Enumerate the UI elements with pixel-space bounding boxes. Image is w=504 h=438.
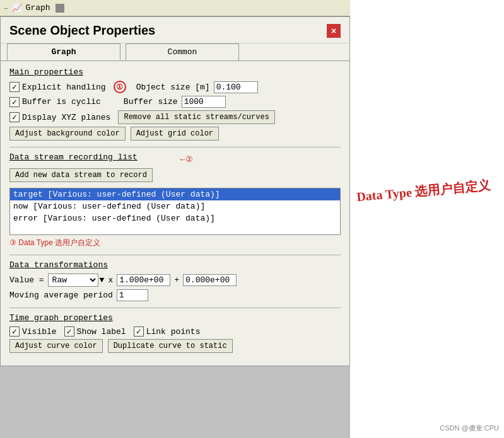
visible-checkbox-group: ✓ Visible xyxy=(9,326,57,337)
add-data-stream-button[interactable]: Add new data stream to record xyxy=(9,168,153,182)
adjust-bg-color-button[interactable]: Adjust background color xyxy=(9,127,126,141)
annotation-3: ③ Data Type 选用户自定义 xyxy=(9,238,341,248)
object-size-label: Object size [m] xyxy=(136,83,210,92)
transform-type-select[interactable]: Raw xyxy=(48,274,98,287)
buffer-cyclic-checkbox[interactable]: ✓ xyxy=(9,97,20,107)
link-points-checkbox[interactable]: ✓ xyxy=(134,326,144,337)
display-xyz-checkbox-group: ✓ Display XYZ planes xyxy=(9,112,110,122)
moving-avg-label: Moving average period xyxy=(9,291,113,300)
row-buffer-cyclic: ✓ Buffer is cyclic Buffer size xyxy=(9,96,341,108)
buffer-cyclic-label: Buffer is cyclic xyxy=(22,97,101,107)
tab-graph[interactable]: Graph xyxy=(7,43,120,61)
explicit-handling-checkbox-group: ✓ Explicit handling xyxy=(9,82,106,92)
multiplier-label: x xyxy=(108,275,113,285)
tabs-container: Graph Common xyxy=(1,43,349,61)
scene-object-properties-dialog: Scene Object Properties × Graph Common M… xyxy=(0,16,350,366)
time-graph-btn-row: Adjust curve color Duplicate curve to st… xyxy=(9,339,341,353)
title-bar-text: Graph xyxy=(26,3,50,13)
data-stream-section: Data stream recording list ←② Add new da… xyxy=(9,153,341,248)
annotation-panel: Data Type 选用户自定义 CSDN @傻童:CPU xyxy=(350,0,504,438)
row-explicit: ✓ Explicit handling ① Object size [m] xyxy=(9,81,341,93)
duplicate-curve-button[interactable]: Duplicate curve to static xyxy=(108,339,233,353)
dialog-title: Scene Object Properties xyxy=(9,23,155,38)
stream-item-0[interactable]: target [Various: user-defined (User data… xyxy=(10,188,340,200)
main-properties-section: Main properties ✓ Explicit handling ① Ob… xyxy=(9,67,341,141)
stream-list: target [Various: user-defined (User data… xyxy=(9,188,341,235)
time-graph-checkboxes-row: ✓ Visible ✓ Show label ✓ Link points xyxy=(9,326,341,337)
show-label-checkbox[interactable]: ✓ xyxy=(64,326,74,337)
chinese-annotation: Data Type 选用户自定义 xyxy=(356,177,491,205)
data-transformations-label: Data transformations xyxy=(9,260,341,270)
buffer-size-label: Buffer size xyxy=(124,97,178,107)
close-button[interactable]: × xyxy=(327,24,341,38)
addend-input[interactable] xyxy=(183,274,237,286)
show-label-checkbox-group: ✓ Show label xyxy=(64,326,126,337)
divider-2 xyxy=(9,255,341,255)
multiplier-input[interactable] xyxy=(117,274,170,286)
save-icon xyxy=(56,4,64,13)
adjust-curve-color-button[interactable]: Adjust curve color xyxy=(9,339,103,353)
data-stream-label: Data stream recording list xyxy=(9,153,138,162)
display-xyz-checkbox[interactable]: ✓ xyxy=(9,112,20,122)
dialog-content: Main properties ✓ Explicit handling ① Ob… xyxy=(1,61,349,366)
data-transformations-section: Data transformations Value = Raw ▼ x + M… xyxy=(9,260,341,301)
explicit-handling-checkbox[interactable]: ✓ xyxy=(9,82,20,92)
annotation-1: ① xyxy=(114,81,126,93)
stream-item-2[interactable]: error [Various: user-defined (User data)… xyxy=(10,212,340,224)
link-points-checkbox-group: ✓ Link points xyxy=(134,326,201,337)
moving-avg-input[interactable] xyxy=(117,289,148,301)
time-graph-section: Time graph properties ✓ Visible ✓ Show l… xyxy=(9,313,341,353)
annotation-2: ←② xyxy=(180,154,193,164)
dialog-header: Scene Object Properties × xyxy=(1,17,349,43)
visible-label: Visible xyxy=(22,327,57,337)
explicit-handling-label: Explicit handling xyxy=(22,83,106,92)
visible-checkbox[interactable]: ✓ xyxy=(9,326,20,337)
main-properties-label: Main properties xyxy=(9,67,341,77)
graph-icon: 📈 xyxy=(12,3,22,13)
divider-3 xyxy=(9,308,341,308)
display-xyz-label: Display XYZ planes xyxy=(22,113,110,122)
remove-static-button[interactable]: Remove all static streams/curves xyxy=(118,110,274,124)
buffer-cyclic-checkbox-group: ✓ Buffer is cyclic xyxy=(9,97,101,107)
value-label: Value = xyxy=(9,275,44,285)
color-buttons-row: Adjust background color Adjust grid colo… xyxy=(9,127,341,141)
title-bar-dash-icon: — xyxy=(4,4,8,12)
moving-avg-row: Moving average period xyxy=(9,289,341,301)
adjust-grid-color-button[interactable]: Adjust grid color xyxy=(131,127,219,141)
time-graph-label: Time graph properties xyxy=(9,313,341,323)
buffer-size-group: Buffer size xyxy=(124,96,226,108)
dropdown-arrow: ▼ xyxy=(100,275,105,285)
title-bar: — 📈 Graph xyxy=(0,0,350,16)
addend-label: + xyxy=(174,275,179,285)
stream-item-1[interactable]: now [Various: user-defined (User data)] xyxy=(10,200,340,212)
row-display-xyz: ✓ Display XYZ planes Remove all static s… xyxy=(9,110,341,124)
object-size-group: Object size [m] xyxy=(136,81,258,93)
link-points-label: Link points xyxy=(146,327,201,337)
tab-common[interactable]: Common xyxy=(126,43,239,61)
show-label-label: Show label xyxy=(77,327,126,337)
csdn-watermark: CSDN @傻童:CPU xyxy=(440,424,499,433)
transform-value-row: Value = Raw ▼ x + xyxy=(9,274,341,287)
divider-1 xyxy=(9,147,341,147)
buffer-size-input[interactable] xyxy=(182,96,226,108)
object-size-input[interactable] xyxy=(214,81,258,93)
